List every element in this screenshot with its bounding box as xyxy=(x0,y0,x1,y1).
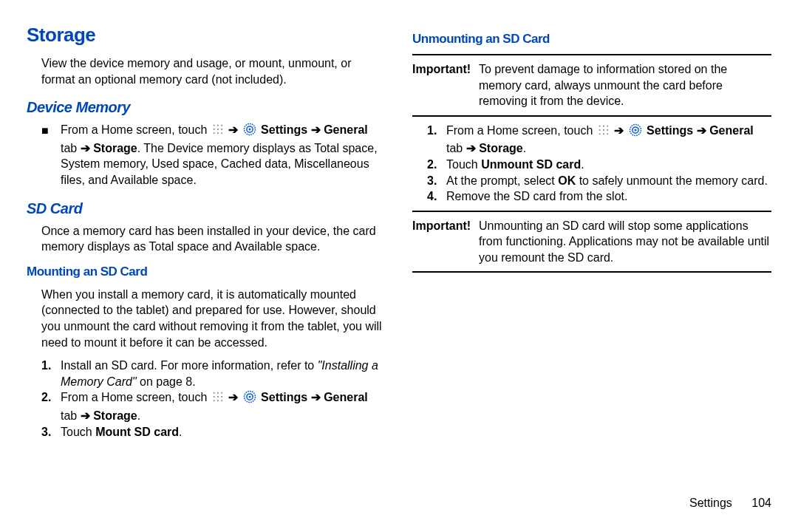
unmount-step-2: 2. Touch Unmount SD card. xyxy=(427,157,771,173)
heading-storage: Storage xyxy=(27,22,386,48)
mounting-intro: When you install a memory card, it is au… xyxy=(27,287,386,350)
unmount-step-1: 1. From a Home screen, touch ➔ Settings … xyxy=(427,123,771,157)
heading-unmounting: Unmounting an SD Card xyxy=(412,31,771,48)
heading-mounting: Mounting an SD Card xyxy=(27,264,386,281)
arrow-icon: ➔ xyxy=(614,124,624,137)
right-column: Unmounting an SD Card Important! To prev… xyxy=(412,22,771,488)
heading-device-memory: Device Memory xyxy=(27,98,386,117)
unmount-step-4: 4. Remove the SD card from the slot. xyxy=(427,188,771,205)
arrow-icon: ➔ xyxy=(311,391,321,403)
arrow-icon: ➔ xyxy=(466,142,476,154)
divider xyxy=(412,54,771,55)
left-column: Storage View the device memory and usage… xyxy=(27,22,386,488)
apps-icon xyxy=(598,124,610,136)
important-note-2: Important! Unmounting an SD card will st… xyxy=(412,218,771,266)
unmount-step-3: 3. At the prompt, select OK to safely un… xyxy=(427,173,771,189)
arrow-icon: ➔ xyxy=(228,391,238,403)
gear-icon xyxy=(629,123,642,141)
device-memory-step: ■ From a Home screen, touch ➔ Settings ➔… xyxy=(41,122,386,188)
arrow-icon: ➔ xyxy=(697,124,706,137)
sd-card-intro: Once a memory card has been installed in… xyxy=(27,223,386,255)
mount-step-3: 3. Touch Mount SD card. xyxy=(41,424,386,440)
divider xyxy=(412,211,771,212)
page-footer: Settings 104 xyxy=(27,495,771,511)
heading-sd-card: SD Card xyxy=(27,199,386,219)
footer-page-number: 104 xyxy=(751,497,771,509)
mount-step-1: 1. Install an SD card. For more informat… xyxy=(41,358,386,389)
arrow-icon: ➔ xyxy=(228,123,238,136)
bullet-square: ■ xyxy=(41,122,61,188)
apps-icon xyxy=(212,391,224,403)
apps-icon xyxy=(212,123,224,135)
divider xyxy=(412,271,771,273)
mount-step-2: 2. From a Home screen, touch ➔ Settings … xyxy=(41,389,386,423)
footer-section: Settings xyxy=(689,497,732,509)
important-note-1: Important! To prevent damage to informat… xyxy=(412,61,771,109)
divider xyxy=(412,115,771,117)
arrow-icon: ➔ xyxy=(81,409,90,422)
storage-intro: View the device memory and usage, or mou… xyxy=(27,55,386,87)
arrow-icon: ➔ xyxy=(311,123,321,136)
arrow-icon: ➔ xyxy=(81,142,90,154)
gear-icon xyxy=(243,123,256,140)
gear-icon xyxy=(243,390,256,408)
